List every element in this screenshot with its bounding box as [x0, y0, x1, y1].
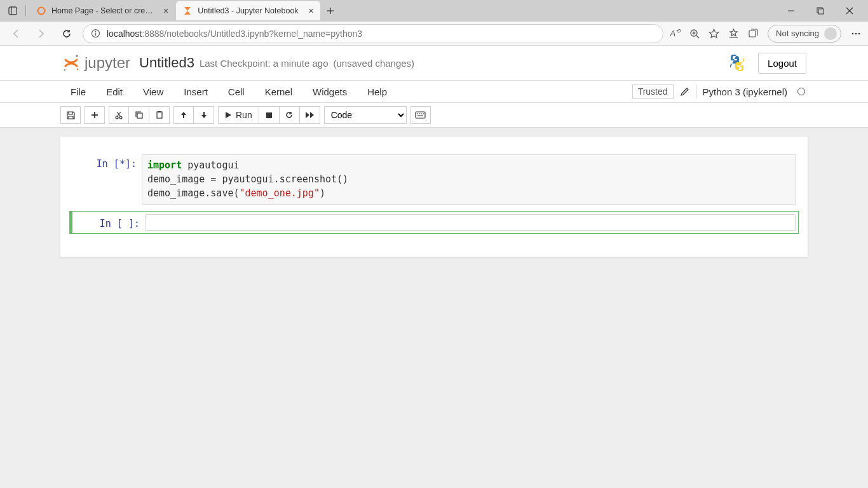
- svg-rect-35: [158, 111, 161, 112]
- close-icon[interactable]: ×: [163, 6, 168, 16]
- svg-point-23: [64, 69, 66, 71]
- svg-point-2: [38, 8, 45, 15]
- code-cell-1[interactable]: In [*]: import pyautogui demo_image = py…: [69, 152, 799, 207]
- run-button[interactable]: Run: [218, 106, 259, 124]
- url-text: localhost:8888/notebooks/Untitled3.ipynb…: [107, 29, 362, 39]
- menu-kernel[interactable]: Kernel: [255, 81, 302, 102]
- divider: [25, 5, 26, 17]
- browser-chrome: Home Page - Select or create a n × Untit…: [0, 0, 868, 46]
- svg-point-24: [77, 69, 78, 70]
- divider: [696, 85, 696, 98]
- copy-button[interactable]: [129, 106, 149, 124]
- command-palette-button[interactable]: [410, 106, 431, 124]
- address-bar: localhost:8888/notebooks/Untitled3.ipynb…: [0, 22, 868, 46]
- browser-tab-2[interactable]: Untitled3 - Jupyter Notebook ×: [176, 1, 320, 20]
- menu-file[interactable]: File: [60, 81, 96, 102]
- tab-strip: Home Page - Select or create a n × Untit…: [0, 0, 868, 22]
- svg-point-21: [858, 32, 860, 34]
- cell-prompt: In [ ]:: [75, 214, 145, 231]
- logout-button[interactable]: Logout: [758, 53, 806, 74]
- cut-button[interactable]: [109, 106, 129, 124]
- svg-point-25: [733, 57, 735, 58]
- maximize-button[interactable]: [806, 0, 835, 22]
- tab-title: Home Page - Select or create a n: [51, 6, 153, 15]
- menu-edit[interactable]: Edit: [96, 81, 133, 102]
- trusted-badge[interactable]: Trusted: [632, 84, 674, 99]
- notebook-title[interactable]: Untitled3: [139, 55, 194, 71]
- svg-rect-37: [416, 112, 425, 118]
- restart-button[interactable]: [280, 106, 300, 124]
- svg-point-20: [855, 32, 857, 34]
- menu-view[interactable]: View: [133, 81, 173, 102]
- notebook-area: In [*]: import pyautogui demo_image = py…: [60, 137, 808, 257]
- jupyter-logo[interactable]: jupyter: [62, 53, 130, 72]
- move-up-button[interactable]: [173, 106, 194, 124]
- svg-point-19: [852, 32, 854, 34]
- jupyter-favicon: [36, 6, 46, 16]
- edit-icon[interactable]: [680, 87, 689, 97]
- add-cell-button[interactable]: [85, 106, 105, 124]
- menu-insert[interactable]: Insert: [173, 81, 218, 102]
- checkpoint-text: Last Checkpoint: a minute ago: [200, 58, 329, 69]
- browser-tab-1[interactable]: Home Page - Select or create a n ×: [30, 1, 175, 20]
- window-controls: [776, 0, 864, 22]
- read-aloud-icon[interactable]: A⟲: [670, 28, 681, 38]
- tab-actions-button[interactable]: [4, 2, 22, 20]
- zoom-icon[interactable]: [689, 29, 700, 39]
- svg-rect-18: [749, 30, 756, 37]
- tab-title: Untitled3 - Jupyter Notebook: [198, 6, 298, 15]
- interrupt-button[interactable]: [259, 106, 280, 124]
- code-cell-2[interactable]: In [ ]:: [69, 211, 799, 234]
- unsaved-text: (unsaved changes): [334, 58, 415, 69]
- svg-line-14: [696, 36, 699, 38]
- favorites-bar-icon[interactable]: [728, 28, 739, 39]
- save-button[interactable]: [60, 106, 81, 124]
- avatar-icon: [824, 27, 837, 40]
- svg-point-30: [119, 116, 122, 119]
- svg-rect-0: [9, 7, 17, 15]
- toolbar: Run Code: [0, 103, 868, 128]
- svg-point-26: [740, 68, 741, 69]
- menubar: File Edit View Insert Cell Kernel Widget…: [0, 81, 868, 103]
- paste-button[interactable]: [149, 106, 170, 124]
- kernel-indicator-icon: [797, 88, 805, 95]
- favorites-icon[interactable]: [709, 28, 719, 39]
- new-tab-button[interactable]: [322, 2, 339, 20]
- menu-widgets[interactable]: Widgets: [302, 81, 357, 102]
- menu-help[interactable]: Help: [357, 81, 397, 102]
- move-down-button[interactable]: [194, 106, 214, 124]
- collections-icon[interactable]: [748, 28, 759, 39]
- close-icon[interactable]: ×: [309, 6, 314, 16]
- cell-input[interactable]: import pyautogui demo_image = pyautogui.…: [142, 154, 796, 205]
- profile-sync-button[interactable]: Not syncing: [768, 25, 841, 43]
- site-info-icon[interactable]: [91, 29, 100, 38]
- cell-type-select[interactable]: Code: [324, 106, 407, 124]
- svg-rect-34: [157, 112, 162, 118]
- jupyter-wordmark: jupyter: [85, 54, 130, 72]
- page-body: jupyter Untitled3 Last Checkpoint: a min…: [0, 46, 868, 266]
- cell-prompt: In [*]:: [72, 154, 142, 205]
- jupyter-header: jupyter Untitled3 Last Checkpoint: a min…: [0, 46, 868, 81]
- restart-run-all-button[interactable]: [300, 106, 320, 124]
- more-icon[interactable]: [850, 28, 862, 39]
- forward-button[interactable]: [32, 24, 51, 43]
- svg-point-12: [95, 30, 97, 32]
- svg-point-29: [116, 116, 118, 119]
- svg-rect-33: [137, 113, 142, 118]
- jupyter-logo-icon: [62, 53, 81, 72]
- svg-point-22: [76, 55, 78, 57]
- python-logo-icon: [726, 52, 748, 74]
- sync-label: Not syncing: [776, 29, 819, 38]
- back-button[interactable]: [6, 24, 25, 43]
- refresh-button[interactable]: [57, 24, 76, 43]
- kernel-name[interactable]: Python 3 (ipykernel): [703, 86, 787, 97]
- close-window-button[interactable]: [835, 0, 864, 22]
- svg-rect-7: [818, 9, 824, 14]
- url-input[interactable]: localhost:8888/notebooks/Untitled3.ipynb…: [83, 24, 663, 43]
- minimize-button[interactable]: [776, 0, 806, 22]
- hourglass-favicon: [182, 6, 193, 16]
- menu-cell[interactable]: Cell: [218, 81, 255, 102]
- cell-input[interactable]: [145, 214, 796, 231]
- svg-rect-36: [266, 112, 272, 118]
